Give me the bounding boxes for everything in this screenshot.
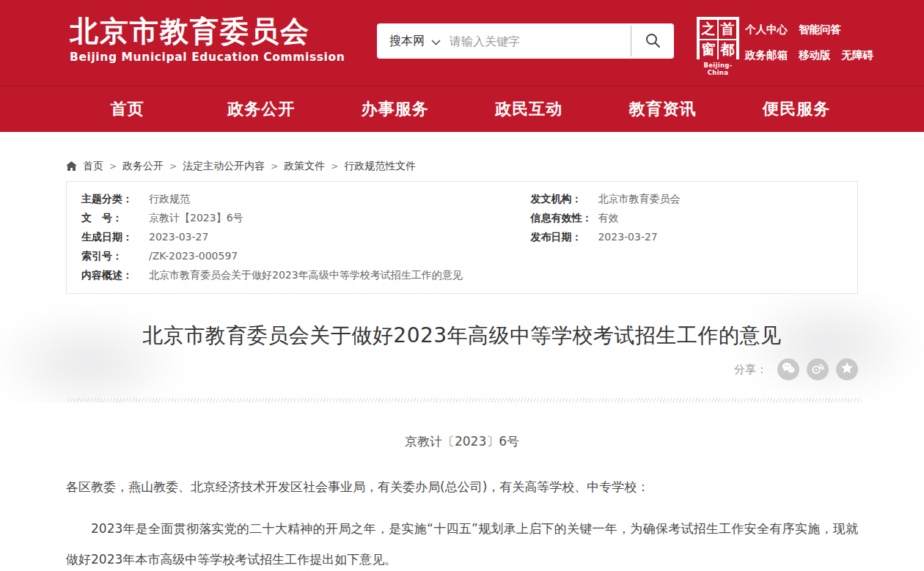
meta-value: 2023-03-27 xyxy=(149,227,208,246)
article-salutation: 各区教委，燕山教委、北京经济技术开发区社会事业局，有关委办局(总公司)，有关高等… xyxy=(66,476,858,497)
nav-item-gov-affairs[interactable]: 政务公开 xyxy=(194,86,329,132)
meta-row-validity: 信息有效性： 有效 xyxy=(530,208,843,227)
section-divider xyxy=(0,398,924,402)
meta-label: 信息有效性： xyxy=(530,208,598,227)
meta-label: 发布日期： xyxy=(530,227,598,246)
link-smart-qa[interactable]: 智能问答 xyxy=(799,23,841,37)
meta-value: 北京市教育委员会 xyxy=(598,189,680,208)
meta-value: 北京市教育委员会关于做好2023年高级中等学校考试招生工作的意见 xyxy=(149,265,463,284)
breadcrumb-separator: > xyxy=(331,161,338,172)
breadcrumb: 首页 > 政务公开 > 法定主动公开内容 > 政策文件 > 行政规范性文件 xyxy=(66,132,858,173)
breadcrumb-gov-affairs[interactable]: 政务公开 xyxy=(122,160,164,173)
search-scope-select[interactable]: 搜本网 xyxy=(377,34,450,49)
qzone-share-button[interactable] xyxy=(836,358,858,380)
article-title: 北京市教育委员会关于做好2023年高级中等学校考试招生工作的意见 xyxy=(0,294,924,350)
article-title-band: 北京市教育委员会关于做好2023年高级中等学校考试招生工作的意见 分享： xyxy=(0,294,924,402)
capital-window-logo[interactable]: 之 首 窗 都 Beijing-China xyxy=(695,17,741,76)
meta-value: 有效 xyxy=(598,208,618,227)
meta-value: 行政规范 xyxy=(149,189,190,208)
meta-value: /ZK-2023-000597 xyxy=(149,246,238,265)
site-logo[interactable]: 北京市教育委员会 Beijing Municipal Education Com… xyxy=(70,15,345,64)
capital-window-seal-icon: 之 首 窗 都 xyxy=(697,17,739,59)
seal-char: 窗 xyxy=(700,40,717,59)
search-box: 搜本网 xyxy=(377,23,674,59)
nav-item-edu-news[interactable]: 教育资讯 xyxy=(596,86,730,132)
meta-value: 京教计【2023】6号 xyxy=(149,208,243,227)
breadcrumb-home[interactable]: 首页 xyxy=(83,160,103,173)
meta-row-index-number: 索引号： /ZK-2023-000597 xyxy=(81,246,530,265)
breadcrumb-statutory-disclosure[interactable]: 法定主动公开内容 xyxy=(183,160,265,173)
seal-char: 首 xyxy=(719,20,736,39)
header-quick-links: 个人中心 智能问答 政务邮箱 移动版 无障碍 xyxy=(745,23,873,74)
meta-row-issuing-agency: 发文机构： 北京市教育委员会 xyxy=(530,189,843,208)
meta-label: 发文机构： xyxy=(530,189,598,208)
breadcrumb-current-page: 行政规范性文件 xyxy=(344,160,416,173)
search-scope-label: 搜本网 xyxy=(389,34,425,49)
share-row: 分享： xyxy=(734,358,858,380)
capital-window-caption: Beijing-China xyxy=(695,62,741,76)
meta-row-publish-date: 发布日期： 2023-03-27 xyxy=(530,227,843,246)
nav-item-services[interactable]: 办事服务 xyxy=(329,86,463,132)
document-metadata-card: 主题分类： 行政规范 文 号： 京教计【2023】6号 生成日期： 2023-0… xyxy=(66,181,858,294)
meta-row-summary: 内容概述： 北京市教育委员会关于做好2023年高级中等学校考试招生工作的意见 xyxy=(81,265,530,284)
link-accessibility[interactable]: 无障碍 xyxy=(842,48,874,62)
link-personal-center[interactable]: 个人中心 xyxy=(745,23,788,37)
chevron-down-icon xyxy=(431,34,441,48)
meta-label: 索引号： xyxy=(81,246,149,265)
main-nav: 首页 政务公开 办事服务 政民互动 教育资讯 便民服务 xyxy=(0,86,924,132)
article-paragraph: 2023年是全面贯彻落实党的二十大精神的开局之年，是实施“十四五”规划承上启下的… xyxy=(66,513,858,571)
seal-char: 之 xyxy=(700,20,717,39)
breadcrumb-separator: > xyxy=(169,161,177,172)
site-header: 北京市教育委员会 Beijing Municipal Education Com… xyxy=(0,0,924,86)
weibo-share-button[interactable] xyxy=(807,358,829,380)
site-logo-subtitle: Beijing Municipal Education Commission xyxy=(70,51,345,64)
home-icon xyxy=(66,161,77,172)
search-icon xyxy=(644,32,661,51)
site-logo-title: 北京市教育委员会 xyxy=(70,15,345,48)
nav-item-home[interactable]: 首页 xyxy=(61,86,195,132)
breadcrumb-policy-documents[interactable]: 政策文件 xyxy=(284,160,325,173)
search-input[interactable] xyxy=(450,34,631,48)
wechat-share-button[interactable] xyxy=(777,358,799,380)
meta-row-created-date: 生成日期： 2023-03-27 xyxy=(81,227,530,246)
meta-label: 内容概述： xyxy=(81,265,149,284)
breadcrumb-separator: > xyxy=(271,161,278,172)
nav-item-convenience[interactable]: 便民服务 xyxy=(730,86,864,132)
nav-item-interaction[interactable]: 政民互动 xyxy=(462,86,596,132)
search-button[interactable] xyxy=(631,23,674,59)
meta-label: 文 号： xyxy=(81,208,149,227)
qzone-icon xyxy=(840,361,854,377)
weibo-icon xyxy=(810,361,825,377)
seal-char: 都 xyxy=(719,40,736,59)
link-mobile-version[interactable]: 移动版 xyxy=(799,48,831,62)
meta-label: 主题分类： xyxy=(81,189,149,208)
share-label: 分享： xyxy=(734,363,767,377)
meta-value: 2023-03-27 xyxy=(598,227,657,246)
link-gov-mailbox[interactable]: 政务邮箱 xyxy=(745,48,788,62)
meta-row-topic-category: 主题分类： 行政规范 xyxy=(81,189,530,208)
article-body: 京教计〔2023〕6号 各区教委，燕山教委、北京经济技术开发区社会事业局，有关委… xyxy=(66,433,858,571)
meta-row-doc-number: 文 号： 京教计【2023】6号 xyxy=(81,208,530,227)
wechat-icon xyxy=(781,361,796,377)
breadcrumb-separator: > xyxy=(109,161,117,172)
document-number: 京教计〔2023〕6号 xyxy=(66,433,858,450)
meta-label: 生成日期： xyxy=(81,227,149,246)
